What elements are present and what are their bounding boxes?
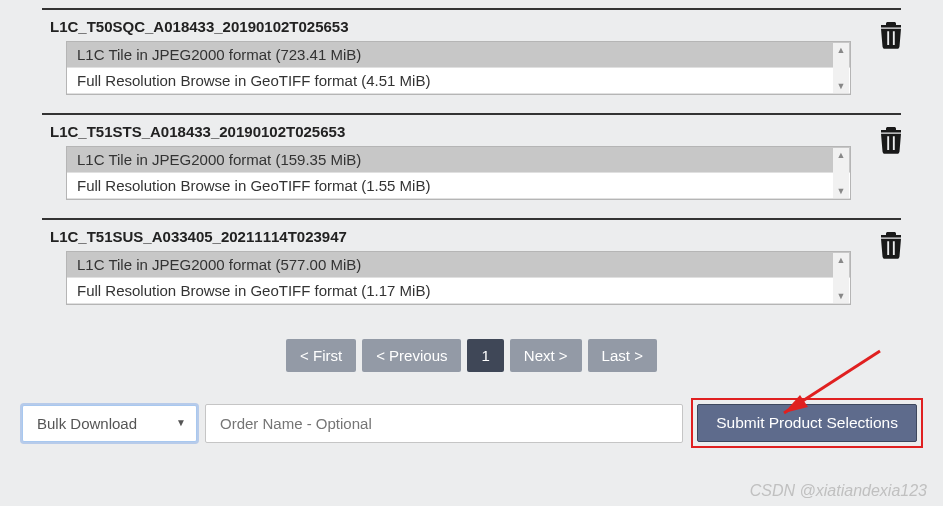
format-option[interactable]: Full Resolution Browse in GeoTIFF format… bbox=[67, 278, 850, 304]
trash-icon[interactable] bbox=[876, 123, 906, 157]
scroll-up-icon[interactable]: ▲ bbox=[833, 43, 849, 57]
product-list: L1C_T50SQC_A018433_20190102T025653 L1C T… bbox=[0, 8, 943, 323]
product-item: L1C_T50SQC_A018433_20190102T025653 L1C T… bbox=[42, 8, 901, 113]
scroll-down-icon[interactable]: ▼ bbox=[833, 184, 849, 198]
scrollbar[interactable]: ▲ ▼ bbox=[833, 253, 849, 303]
format-option[interactable]: L1C Tile in JPEG2000 format (577.00 MiB) bbox=[67, 252, 850, 278]
product-item: L1C_T51STS_A018433_20190102T025653 L1C T… bbox=[42, 113, 901, 218]
last-page-button[interactable]: Last > bbox=[588, 339, 657, 372]
product-title: L1C_T51SUS_A033405_20211114T023947 bbox=[42, 226, 901, 251]
format-listbox[interactable]: L1C Tile in JPEG2000 format (159.35 MiB)… bbox=[66, 146, 851, 200]
bulk-download-label: Bulk Download bbox=[37, 415, 137, 432]
action-bar: Bulk Download Submit Product Selections bbox=[0, 398, 943, 448]
pagination: < First < Previous 1 Next > Last > bbox=[0, 323, 943, 398]
format-option[interactable]: Full Resolution Browse in GeoTIFF format… bbox=[67, 173, 850, 199]
bulk-download-select[interactable]: Bulk Download bbox=[22, 405, 197, 442]
scrollbar[interactable]: ▲ ▼ bbox=[833, 43, 849, 93]
order-name-input[interactable] bbox=[205, 404, 683, 443]
trash-icon[interactable] bbox=[876, 18, 906, 52]
trash-icon[interactable] bbox=[876, 228, 906, 262]
previous-page-button[interactable]: < Previous bbox=[362, 339, 461, 372]
product-title: L1C_T51STS_A018433_20190102T025653 bbox=[42, 121, 901, 146]
current-page-button[interactable]: 1 bbox=[467, 339, 503, 372]
format-option[interactable]: Full Resolution Browse in GeoTIFF format… bbox=[67, 68, 850, 94]
format-option[interactable]: L1C Tile in JPEG2000 format (723.41 MiB) bbox=[67, 42, 850, 68]
watermark: CSDN @xiatiandexia123 bbox=[750, 482, 927, 500]
format-listbox[interactable]: L1C Tile in JPEG2000 format (577.00 MiB)… bbox=[66, 251, 851, 305]
scroll-up-icon[interactable]: ▲ bbox=[833, 253, 849, 267]
scroll-down-icon[interactable]: ▼ bbox=[833, 79, 849, 93]
first-page-button[interactable]: < First bbox=[286, 339, 356, 372]
scrollbar[interactable]: ▲ ▼ bbox=[833, 148, 849, 198]
submit-highlight: Submit Product Selections bbox=[691, 398, 923, 448]
product-item: L1C_T51SUS_A033405_20211114T023947 L1C T… bbox=[42, 218, 901, 323]
product-title: L1C_T50SQC_A018433_20190102T025653 bbox=[42, 16, 901, 41]
next-page-button[interactable]: Next > bbox=[510, 339, 582, 372]
format-listbox[interactable]: L1C Tile in JPEG2000 format (723.41 MiB)… bbox=[66, 41, 851, 95]
scroll-down-icon[interactable]: ▼ bbox=[833, 289, 849, 303]
scroll-up-icon[interactable]: ▲ bbox=[833, 148, 849, 162]
submit-button[interactable]: Submit Product Selections bbox=[697, 404, 917, 442]
format-option[interactable]: L1C Tile in JPEG2000 format (159.35 MiB) bbox=[67, 147, 850, 173]
